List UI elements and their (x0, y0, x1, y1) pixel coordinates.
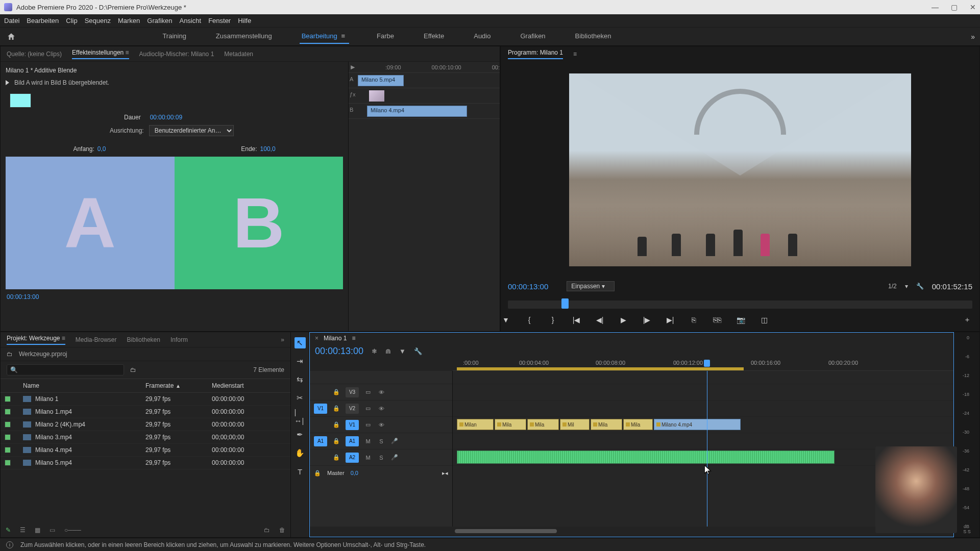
workspace-training[interactable]: Training (160, 29, 188, 44)
mute-icon[interactable]: M (364, 438, 372, 444)
panel-menu-icon[interactable]: ≡ (573, 51, 577, 58)
menu-clip[interactable]: Clip (66, 17, 77, 24)
panel-menu-icon[interactable]: ≡ (352, 335, 355, 342)
label-chip[interactable] (5, 460, 11, 466)
video-clip[interactable]: Milan (457, 419, 494, 430)
tab-close-icon[interactable]: × (315, 335, 318, 342)
voiceover-icon[interactable]: 🎤 (390, 438, 399, 444)
menu-datei[interactable]: Datei (4, 17, 19, 24)
menu-hilfe[interactable]: Hilfe (238, 17, 251, 24)
export-frame-button[interactable]: 📷 (736, 315, 746, 325)
go-to-in-button[interactable]: |◀ (571, 315, 581, 325)
label-chip[interactable] (5, 409, 11, 415)
menu-grafiken[interactable]: Grafiken (147, 17, 172, 24)
workspace-effekte[interactable]: Effekte (422, 29, 446, 44)
linked-selection-icon[interactable]: ⋒ (385, 347, 391, 355)
mark-out-button[interactable]: } (548, 315, 558, 325)
mark-in-button[interactable]: { (524, 315, 534, 325)
audio-clip[interactable] (457, 450, 835, 464)
voiceover-icon[interactable]: 🎤 (390, 454, 399, 461)
menu-bearbeiten[interactable]: Bearbeiten (27, 17, 59, 24)
lock-icon[interactable]: 🔒 (314, 470, 321, 477)
mark-in-icon[interactable]: ▼ (501, 315, 511, 325)
ripple-edit-tool[interactable]: ⇆ (295, 374, 306, 385)
lock-icon[interactable]: 🔒 (332, 421, 340, 428)
work-area-bar[interactable] (457, 367, 744, 370)
workspace-bibliotheken[interactable]: Bibliotheken (573, 29, 614, 44)
source-v1[interactable]: V1 (314, 404, 327, 414)
new-bin-icon[interactable]: 🗀 (130, 366, 136, 373)
workspace-audio[interactable]: Audio (472, 29, 493, 44)
workspace-farbe[interactable]: Farbe (375, 29, 396, 44)
scrubber-playhead[interactable] (561, 298, 569, 309)
master-value[interactable]: 0,0 (351, 470, 358, 476)
col-framerate[interactable]: Framerate▴ (145, 382, 212, 389)
tab[interactable]: Inform (170, 336, 188, 343)
new-item-icon[interactable]: 🗀 (264, 527, 270, 534)
v1-track[interactable]: MilanMilaMilaMilMilaMilaMilano 4.mp4 (453, 417, 953, 433)
target-a2[interactable]: A2 (346, 453, 359, 463)
timeline-settings-icon[interactable]: 🔧 (414, 347, 422, 355)
close-button[interactable]: ✕ (970, 3, 976, 11)
play-icon[interactable] (6, 80, 9, 85)
transition-swatch[interactable] (10, 93, 31, 108)
workspace-zusammenstellung[interactable]: Zusammenstellung (214, 29, 274, 44)
program-monitor-image[interactable] (569, 73, 911, 266)
program-scrubber[interactable] (508, 300, 972, 309)
play-button[interactable]: ▶ (618, 315, 628, 325)
button-editor[interactable]: ＋ (962, 315, 972, 325)
extract-button[interactable]: ⎘⎘ (712, 315, 722, 325)
program-tab[interactable]: Programm: Milano 1 (508, 49, 563, 59)
trash-icon[interactable]: 🗑 (279, 527, 285, 534)
start-value[interactable]: 0,0 (97, 145, 106, 153)
step-forward-button[interactable]: |▶ (642, 315, 652, 325)
label-chip[interactable] (5, 421, 11, 428)
target-v3[interactable]: V3 (346, 387, 359, 397)
solo-icon[interactable]: S (377, 438, 385, 444)
menu-ansicht[interactable]: Ansicht (179, 17, 201, 24)
playhead-line[interactable] (707, 371, 707, 527)
maximize-button[interactable]: ▢ (951, 3, 958, 11)
effect-mini-timeline[interactable]: ▶ :09:00 00:00:10:00 00: A Milano 5.mp4 … (348, 62, 500, 331)
lift-button[interactable]: ⎘ (689, 315, 699, 325)
project-search[interactable]: 🔍 (7, 364, 124, 375)
home-button[interactable] (5, 31, 17, 43)
workspace-overflow[interactable]: » (971, 33, 975, 41)
tab[interactable]: Media-Browser (76, 336, 117, 343)
panel-overflow-icon[interactable]: » (281, 336, 284, 343)
menu-fenster[interactable]: Fenster (208, 17, 231, 24)
footer-pen-icon[interactable]: ✎ (6, 527, 11, 534)
project-row[interactable]: Milano 1.mp4 29,97 fps 00:00:00:00 (1, 406, 290, 418)
mini-clip-b[interactable]: Milano 4.mp4 (367, 106, 467, 117)
timeline-ruler[interactable]: :00:0000:00:04:0000:00:08:0000:00:12:000… (453, 358, 953, 371)
target-a1[interactable]: A1 (346, 436, 359, 446)
menu-marken[interactable]: Marken (118, 17, 140, 24)
tab[interactable]: Bibliotheken (127, 336, 160, 343)
target-v2[interactable]: V2 (346, 404, 359, 414)
project-row[interactable]: Milano 4.mp4 29,97 fps 00:00:00:00 (1, 444, 290, 457)
sync-lock-icon[interactable]: ▭ (364, 389, 372, 395)
timeline-timecode[interactable]: 00:00:13:00 (315, 346, 363, 357)
tab[interactable]: Audioclip-Mischer: Milano 1 (139, 51, 214, 58)
label-chip[interactable] (5, 396, 11, 402)
toggle-output-icon[interactable]: 👁 (377, 422, 385, 428)
video-clip[interactable]: Mila (623, 419, 653, 430)
mini-clip-a[interactable]: Milano 5.mp4 (358, 75, 404, 86)
freeform-view-icon[interactable]: ▭ (50, 527, 55, 534)
label-chip[interactable] (5, 447, 11, 453)
menu-sequenz[interactable]: Sequenz (85, 17, 111, 24)
project-row[interactable]: Milano 5.mp4 29,97 fps 00:00:00:00 (1, 457, 290, 469)
step-back-button[interactable]: ◀| (595, 315, 605, 325)
transition-block[interactable] (369, 90, 384, 102)
mute-icon[interactable]: M (364, 455, 372, 461)
snap-icon[interactable]: ❄ (372, 347, 377, 355)
icon-view-icon[interactable]: ▦ (35, 527, 40, 534)
zoom-slider[interactable]: ○─── (64, 527, 81, 534)
workspace-grafiken[interactable]: Grafiken (518, 29, 547, 44)
duration-value[interactable]: 00:00:00:09 (150, 114, 182, 121)
lock-icon[interactable]: 🔒 (332, 454, 340, 461)
settings-icon[interactable]: 🔧 (916, 283, 924, 290)
project-row[interactable]: Milano 3.mp4 29,97 fps 00;00;00;00 (1, 431, 290, 444)
tab[interactable]: Quelle: (keine Clips) (7, 51, 62, 58)
program-timecode[interactable]: 00:00:13:00 (508, 282, 548, 291)
